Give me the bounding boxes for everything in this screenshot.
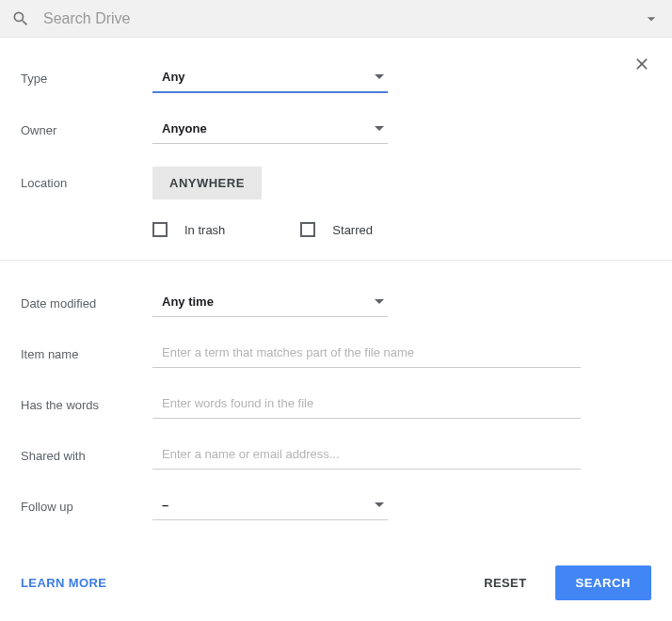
checkbox-icon [152,222,168,237]
footer: LEARN MORE RESET SEARCH [21,565,651,600]
type-select[interactable]: Any [152,64,388,93]
in-trash-checkbox[interactable]: In trash [152,222,225,237]
caret-down-icon [375,126,384,131]
location-label: Location [21,176,152,190]
has-words-label: Has the words [21,398,152,412]
type-label: Type [21,72,152,86]
search-bar [0,0,672,38]
shared-with-input[interactable] [152,441,581,470]
type-value: Any [162,70,185,84]
search-icon [11,9,30,28]
advanced-search-panel: Type Any Owner Anyone Location ANYWHERE … [0,38,672,619]
has-words-input[interactable] [152,390,581,419]
caret-down-icon [375,502,384,507]
date-modified-label: Date modified [21,296,152,310]
search-input[interactable] [43,10,642,27]
follow-up-select[interactable]: – [152,492,388,520]
owner-select[interactable]: Anyone [152,116,388,144]
close-icon[interactable] [632,55,651,73]
owner-value: Anyone [162,121,207,135]
date-modified-select[interactable]: Any time [152,289,388,317]
item-name-label: Item name [21,347,152,361]
date-modified-value: Any time [162,295,214,309]
follow-up-label: Follow up [21,500,152,514]
location-chip[interactable]: ANYWHERE [152,167,262,199]
shared-with-label: Shared with [21,449,152,463]
in-trash-label: In trash [184,223,225,237]
checkbox-icon [300,222,315,237]
owner-label: Owner [21,123,152,137]
starred-checkbox[interactable]: Starred [300,222,373,237]
reset-button[interactable]: RESET [478,566,532,599]
search-options-icon[interactable] [642,9,661,28]
follow-up-value: – [162,498,168,512]
item-name-input[interactable] [152,340,581,368]
divider [0,260,672,261]
starred-label: Starred [332,223,373,237]
caret-down-icon [375,74,384,79]
footer-actions: RESET SEARCH [478,565,651,600]
search-button[interactable]: SEARCH [555,565,652,600]
learn-more-link[interactable]: LEARN MORE [21,576,106,590]
caret-down-icon [375,299,384,304]
